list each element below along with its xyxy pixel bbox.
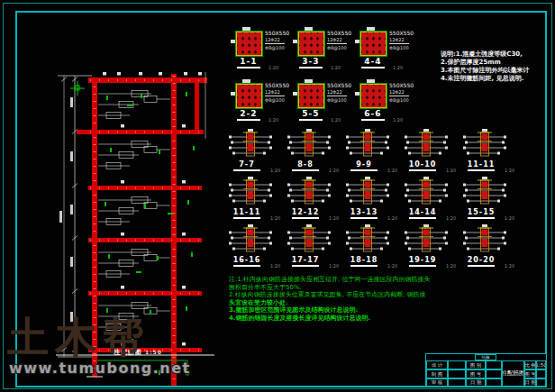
section-label-underline [237, 67, 260, 68]
detail-label-underline [233, 265, 260, 267]
section-scale-label: 1:20 [268, 117, 278, 123]
joint-detail-figure [229, 224, 272, 257]
section-stirrup-label: Φ8@100 [327, 45, 354, 50]
section-stirrup-label: Φ8@100 [389, 45, 416, 50]
detail-number-label: 19-19 [399, 256, 446, 267]
section-tag-mark [242, 27, 250, 31]
tb-no-label: 图 号 [524, 369, 536, 378]
detail-scale-label: 1:20 [270, 168, 280, 173]
detail-label-underline [292, 169, 319, 171]
section-callout: 550X550 12Φ22 Φ8@100 [265, 31, 292, 50]
joint-details-grid: 7-7 1:20 [223, 128, 516, 271]
detail-number-label: 20-20 [458, 256, 505, 267]
column-cross-section [360, 84, 387, 108]
joint-detail-figure [405, 177, 448, 209]
section-stirrup-label: Φ8@100 [265, 97, 292, 103]
detail-number-label: 15-15 [458, 208, 505, 219]
detail-label-underline [468, 217, 495, 219]
tb-blank-cell [448, 378, 466, 387]
joint-detail-card: 13-13 1:20 [341, 176, 399, 223]
detail-number-label: 13-13 [341, 208, 387, 219]
joint-detail-figure [463, 129, 506, 161]
section-callout: 550X550 12Φ22 Φ8@100 [389, 31, 416, 50]
detail-label-underline [409, 265, 436, 267]
section-rebar-label: 12Φ22 [389, 37, 416, 42]
column-section-card: 550X550 12Φ22 Φ8@100 6-6 1:20 [355, 79, 417, 132]
joint-detail-card: 12-12 1:20 [282, 176, 341, 223]
joint-detail-card: 14-14 1:20 [399, 176, 458, 223]
note-line: 3.本图尺寸除注明外均以毫米计 [434, 67, 530, 75]
column-cross-section [298, 32, 324, 56]
detail-number-label: 8-8 [282, 160, 329, 171]
note-line: 2.柱纵向钢筋连接接头位置及要求见图集, 不应在节点区内截断, 钢筋接 [229, 291, 405, 299]
section-number-label: 4-4 [357, 57, 389, 68]
column-cross-section [236, 32, 262, 56]
detail-number-label: 12-12 [282, 208, 329, 219]
tb-blank-cell [448, 360, 466, 369]
note-line: 说明:1.混凝土强度等级C30, [434, 50, 530, 59]
detail-number-label: 18-18 [341, 256, 387, 267]
joint-detail-figure [346, 224, 389, 257]
detail-label-underline [409, 217, 436, 219]
section-tag-mark [367, 79, 375, 83]
section-scale-label: 1:20 [331, 117, 341, 123]
detail-number-label: 9-9 [341, 160, 387, 171]
column-section-card: 550X550 12Φ22 Φ8@100 4-4 1:20 [355, 27, 417, 79]
section-label-underline [299, 67, 323, 68]
section-label-underline [361, 119, 385, 121]
detail-number-label: 11-11 [458, 160, 505, 171]
callout-underline [327, 43, 347, 44]
section-scale-label: 1:20 [268, 65, 278, 70]
joint-detail-card: 9-9 1:20 [341, 128, 399, 176]
detail-scale-label: 1:20 [446, 215, 456, 221]
column-section-card: 550X550 12Φ22 Φ8@100 2-2 1:20 [231, 79, 293, 132]
joint-detail-card: 18-18 1:20 [341, 223, 399, 271]
detail-scale-label: 1:20 [446, 263, 456, 269]
joint-detail-figure [287, 129, 331, 161]
section-tag-mark [367, 27, 375, 31]
tb-sheet-type-label: 图 别 [466, 360, 486, 369]
general-notes: 说明:1.混凝土强度等级C30,2.保护层厚度25mm3.本图尺寸除注明外均以毫… [434, 50, 530, 83]
joint-detail-figure [346, 129, 389, 161]
joint-detail-figure [346, 177, 389, 209]
section-label-underline [299, 119, 323, 121]
section-rebar-label: 12Φ22 [327, 37, 354, 42]
joint-detail-card: 15-15 1:20 [458, 176, 516, 223]
section-number-label: 1-1 [232, 57, 265, 68]
joint-detail-figure [463, 177, 506, 209]
note-line: 头宜设在受力较小处. [229, 299, 405, 307]
joint-detail-card: 20-20 1:20 [458, 223, 516, 271]
tb-blank-cell [486, 369, 502, 378]
note-line: 4.未注明箍筋间距, 见总说明. [434, 75, 530, 83]
note-line: 面积百分率不应大于50%. [229, 284, 405, 292]
section-size-label: 550X550 [389, 83, 416, 88]
detail-label-underline [350, 169, 378, 171]
joint-detail-card: 7-7 1:20 [223, 128, 282, 176]
tb-blank-cell [448, 369, 466, 378]
detail-scale-label: 1:20 [446, 168, 456, 173]
green-axis-cross [70, 81, 85, 96]
tb-draft-label: 制 图 [426, 369, 448, 378]
tb-scale-value: 1:50 [536, 360, 546, 369]
detail-number-label: 10-10 [399, 160, 446, 171]
joint-detail-card: 10-10 1:20 [399, 128, 458, 176]
detail-label-underline [292, 265, 319, 267]
callout-underline [327, 96, 347, 96]
detail-scale-label: 1:20 [329, 168, 339, 173]
callout-underline [265, 43, 285, 44]
joint-detail-figure [229, 129, 272, 161]
detail-label-underline [350, 265, 378, 267]
section-stirrup-label: Φ8@100 [327, 97, 354, 103]
section-label-underline [237, 119, 260, 121]
section-rebar-label: 12Φ22 [327, 89, 354, 95]
section-number-label: 6-6 [357, 109, 389, 121]
detail-label-underline [350, 217, 378, 219]
section-scale-label: 1:20 [393, 117, 403, 123]
joint-detail-figure [287, 177, 331, 209]
detail-number-label: 14-14 [399, 208, 446, 219]
detail-number-label: 7-7 [223, 160, 270, 171]
tb-check-label: 审 核 [426, 378, 448, 387]
section-number-label: 5-5 [295, 109, 327, 121]
column-cross-section [298, 84, 324, 108]
title-block-category: 结施 [475, 354, 496, 360]
